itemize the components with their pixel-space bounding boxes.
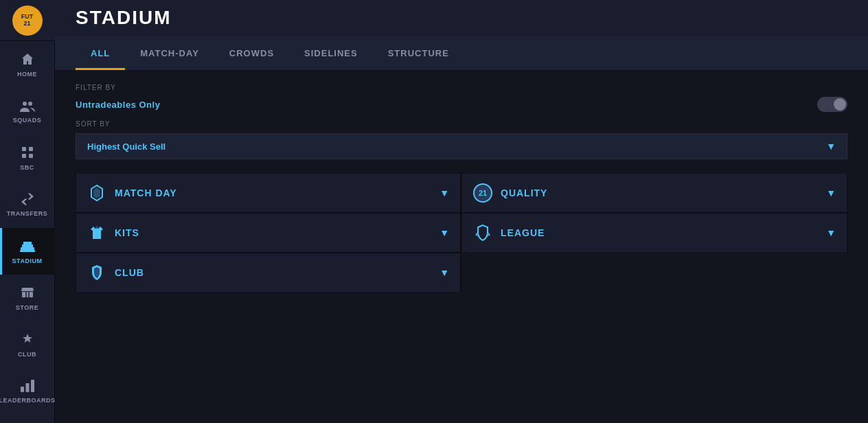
svg-rect-10 (22, 292, 33, 297)
sidebar-item-label-club: CLUB (18, 351, 36, 358)
svg-point-0 (23, 102, 27, 106)
filter-league-chevron: ▼ (826, 227, 836, 238)
sidebar-item-sbc[interactable]: SBC (0, 135, 55, 181)
sidebar-item-label-home: HOME (17, 71, 37, 78)
filter-league-label: LEAGUE (501, 227, 545, 238)
svg-rect-9 (20, 250, 35, 252)
filter-club-chevron: ▼ (439, 267, 449, 278)
filter-left-column: MATCH DAY ▼ KITS (76, 173, 461, 292)
page-title: STADIUM (76, 7, 171, 29)
sort-dropdown[interactable]: Highest Quick Sell ▼ (76, 133, 847, 159)
tab-all[interactable]: ALL (76, 36, 125, 70)
filter-right-column: 21 QUALITY ▼ (461, 173, 847, 292)
filter-item-league-left: LEAGUE (473, 223, 545, 242)
untradeables-label: Untradeables Only (76, 100, 160, 110)
sidebar-item-label-leaderboards: LEADERBOARDS (0, 397, 56, 404)
svg-rect-4 (22, 154, 26, 158)
page-header: STADIUM (55, 0, 868, 36)
filter-item-kits[interactable]: KITS ▼ (76, 213, 461, 253)
match-day-icon (87, 183, 106, 203)
content-area: FILTER BY Untradeables Only SORT BY High… (55, 70, 868, 423)
home-icon (21, 52, 34, 68)
filter-match-day-chevron: ▼ (439, 187, 449, 198)
tab-match-day[interactable]: MATCH-DAY (125, 36, 214, 70)
filter-match-day-label: MATCH DAY (115, 187, 177, 198)
sidebar-item-label-squads: SQUADS (13, 117, 42, 124)
sort-chevron-icon: ▼ (826, 141, 836, 152)
filter-kits-label: KITS (115, 227, 139, 238)
filter-by-label: FILTER BY (76, 84, 847, 91)
quality-icon: 21 (473, 183, 492, 203)
sidebar-item-label-store: STORE (16, 304, 38, 311)
filter-grid: MATCH DAY ▼ KITS (76, 173, 847, 292)
filter-club-label: CLUB (115, 267, 144, 278)
sort-selected-value: Highest Quick Sell (87, 141, 165, 152)
filter-section: FILTER BY Untradeables Only (76, 84, 847, 112)
kits-icon (87, 223, 106, 242)
filter-item-club-left: CLUB (87, 263, 144, 282)
sidebar-item-label-stadium: STADIUM (12, 258, 43, 264)
sidebar-item-transfers[interactable]: TRANSFERS (0, 181, 55, 228)
svg-rect-3 (29, 147, 33, 151)
sidebar-item-store[interactable]: STORE (0, 275, 55, 321)
svg-rect-2 (22, 147, 26, 151)
sidebar-logo: FUT21 (0, 0, 55, 41)
leaderboards-icon (21, 380, 34, 394)
filter-item-kits-left: KITS (87, 223, 139, 242)
filter-row: Untradeables Only (76, 97, 847, 112)
filter-item-match-day-left: MATCH DAY (87, 183, 177, 203)
filter-quality-label: QUALITY (501, 187, 547, 198)
svg-rect-8 (23, 242, 32, 244)
club-filter-icon (87, 263, 106, 282)
sort-by-label: SORT BY (76, 120, 847, 128)
svg-point-1 (28, 102, 32, 106)
fut-logo: FUT21 (12, 5, 43, 36)
sidebar-item-label-sbc: SBC (20, 164, 34, 171)
sidebar-item-label-transfers: TRANSFERS (7, 210, 48, 217)
untradeables-toggle[interactable] (817, 97, 847, 112)
league-icon (473, 223, 492, 242)
active-indicator (0, 228, 2, 275)
filter-quality-chevron: ▼ (826, 187, 836, 198)
filter-item-quality-left: 21 QUALITY (473, 183, 547, 203)
sidebar-item-stadium[interactable]: STADIUM (0, 228, 55, 275)
filter-item-quality[interactable]: 21 QUALITY ▼ (461, 173, 847, 213)
squads-icon (20, 100, 35, 114)
sort-section: SORT BY Highest Quick Sell ▼ (76, 120, 847, 159)
sidebar-item-home[interactable]: HOME (0, 41, 55, 88)
tab-crowds[interactable]: CROWDS (214, 36, 289, 70)
svg-rect-14 (25, 383, 29, 392)
filter-item-match-day[interactable]: MATCH DAY ▼ (76, 173, 461, 213)
sbc-icon (21, 146, 34, 161)
transfers-icon (20, 193, 35, 207)
tabs-bar: ALL MATCH-DAY CROWDS SIDELINES STRUCTURE (55, 36, 868, 70)
quality-number: 21 (473, 183, 492, 203)
svg-rect-15 (31, 380, 34, 392)
filter-item-league[interactable]: LEAGUE ▼ (461, 213, 847, 252)
sidebar-item-squads[interactable]: SQUADS (0, 88, 55, 135)
sidebar-item-club[interactable]: CLUB (0, 321, 55, 368)
store-icon (21, 286, 34, 301)
toggle-knob (834, 98, 846, 111)
svg-rect-13 (21, 387, 24, 392)
filter-kits-chevron: ▼ (439, 227, 449, 238)
stadium-icon (20, 239, 35, 255)
svg-rect-7 (22, 244, 33, 247)
club-icon (21, 332, 34, 348)
main-content: STADIUM ALL MATCH-DAY CROWDS SIDELINES S… (55, 0, 868, 423)
tab-sidelines[interactable]: SIDELINES (289, 36, 373, 70)
sidebar-item-leaderboards[interactable]: LEADERBOARDS (0, 368, 55, 415)
tab-structure[interactable]: STRUCTURE (373, 36, 464, 70)
filter-item-club[interactable]: CLUB ▼ (76, 253, 461, 292)
sidebar: FUT21 HOME SQUADS (0, 0, 55, 423)
svg-rect-5 (29, 154, 33, 158)
svg-rect-6 (21, 247, 34, 250)
